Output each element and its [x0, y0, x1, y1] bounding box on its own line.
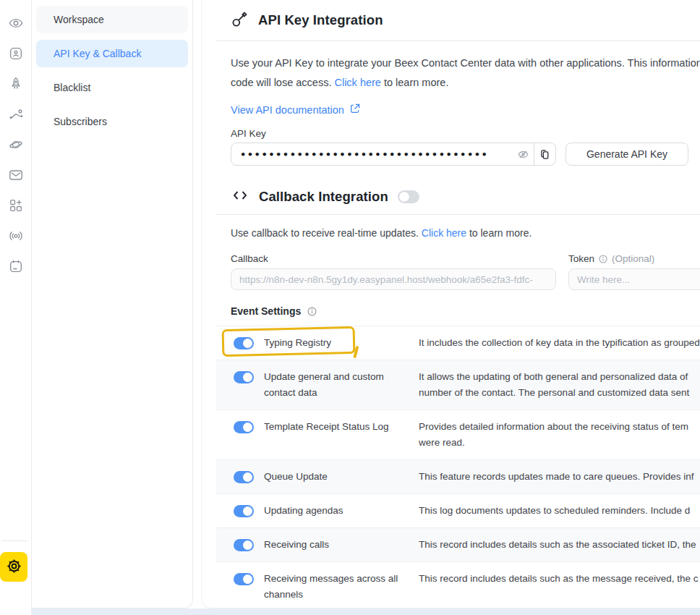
- callback-section-title: Callback Integration: [259, 189, 388, 205]
- icon-rail: [0, 0, 32, 615]
- apps-add-icon[interactable]: [8, 198, 24, 213]
- event-row: Queue UpdateThis feature records updates…: [216, 459, 700, 493]
- event-settings-table: Typing RegistryIt includes the collectio…: [216, 326, 700, 608]
- event-label: Template Receipt Status Log: [264, 419, 401, 435]
- callback-integration-toggle[interactable]: [398, 190, 419, 203]
- settings-sidebar: Workspace API Key & Callback Blacklist S…: [32, 0, 193, 608]
- callback-label: Callback: [231, 253, 268, 264]
- divider: [216, 41, 700, 41]
- event-label: Receiving messages across all channels: [264, 571, 401, 603]
- api-key-label: API Key: [231, 128, 700, 139]
- eye-off-icon[interactable]: [512, 143, 534, 165]
- token-input[interactable]: [568, 268, 700, 290]
- event-toggle[interactable]: [234, 505, 254, 517]
- flow-icon[interactable]: [8, 106, 24, 122]
- contact-card-icon[interactable]: [8, 46, 24, 62]
- token-field: Token (Optional): [568, 253, 700, 290]
- event-settings-label: Event Settings: [231, 305, 301, 317]
- broadcast-icon[interactable]: [8, 228, 24, 244]
- sidebar-item-api-key-callback[interactable]: API Key & Callback: [36, 40, 188, 67]
- event-label: Typing Registry: [264, 335, 401, 351]
- callback-field: Callback: [231, 253, 556, 290]
- event-toggle[interactable]: [234, 421, 254, 433]
- generate-api-key-button[interactable]: Generate API Key: [565, 143, 688, 166]
- event-label: Update general and custom contact data: [264, 369, 401, 401]
- calendar-icon[interactable]: [8, 258, 24, 274]
- event-toggle[interactable]: [234, 337, 254, 349]
- external-link-icon: [349, 103, 361, 116]
- mail-icon[interactable]: [8, 167, 24, 183]
- event-row: Template Receipt Status LogProvides deta…: [216, 410, 700, 459]
- key-icon: [231, 10, 249, 31]
- click-here-link[interactable]: Click here: [334, 77, 380, 88]
- rail-divider: [1, 540, 27, 541]
- event-label: Updating agendas: [264, 503, 401, 519]
- callback-description: Use callback to receive real-time update…: [231, 227, 700, 239]
- divider: [216, 214, 700, 215]
- settings-gear-button[interactable]: [0, 552, 27, 582]
- event-description: This log documents updates to scheduled …: [419, 503, 690, 519]
- api-key-section-header: API Key Integration: [231, 9, 700, 31]
- view-api-documentation-link[interactable]: View API documentation: [231, 103, 361, 116]
- event-row: Receiving messages across all channelsTh…: [216, 561, 700, 608]
- page-background: [32, 608, 700, 615]
- event-description: This record includes details such as the…: [419, 537, 696, 553]
- code-icon: [231, 187, 249, 207]
- sidebar-item-subscribers[interactable]: Subscribers: [36, 108, 188, 135]
- event-toggle[interactable]: [234, 471, 254, 483]
- event-row: Typing RegistryIt includes the collectio…: [216, 326, 700, 360]
- event-row: Updating agendasThis log documents updat…: [216, 493, 700, 527]
- event-toggle[interactable]: [234, 371, 254, 383]
- event-toggle[interactable]: [234, 573, 254, 585]
- event-description: This feature records updates made to car…: [419, 469, 693, 485]
- token-optional-label: (Optional): [612, 253, 654, 264]
- click-here-link[interactable]: Click here: [422, 227, 466, 239]
- event-label: Queue Update: [264, 469, 401, 485]
- page-title: API Key Integration: [258, 12, 383, 28]
- api-key-input[interactable]: [231, 143, 512, 165]
- api-key-description: Use your API Key to integrate your Beex …: [231, 54, 700, 93]
- copy-icon[interactable]: [534, 143, 555, 165]
- event-description: It allows the updating of both general a…: [419, 369, 689, 401]
- event-settings-header: Event Settings: [231, 305, 700, 317]
- rocket-icon[interactable]: [8, 76, 24, 92]
- api-key-field-group: [231, 143, 556, 166]
- event-description: It includes the collection of key data i…: [419, 335, 700, 351]
- event-label: Receiving calls: [264, 537, 401, 553]
- info-icon: [598, 254, 608, 264]
- callback-section-header: Callback Integration: [231, 186, 700, 208]
- gear-icon: [6, 558, 22, 577]
- app-window: Workspace API Key & Callback Blacklist S…: [0, 0, 700, 615]
- main-panel: API Key Integration Use your API Key to …: [201, 0, 700, 608]
- event-description: This record includes details such as the…: [419, 571, 698, 587]
- callback-url-input[interactable]: [231, 268, 556, 290]
- token-label: Token: [568, 253, 594, 264]
- eye-icon[interactable]: [8, 15, 24, 31]
- event-toggle[interactable]: [234, 539, 254, 551]
- sidebar-item-workspace[interactable]: Workspace: [36, 6, 188, 33]
- event-description: Provides detailed information about the …: [419, 419, 688, 451]
- event-row: Receiving callsThis record includes deta…: [216, 527, 700, 561]
- planet-icon[interactable]: [8, 137, 24, 153]
- info-icon: [307, 306, 317, 317]
- event-row: Update general and custom contact dataIt…: [216, 360, 700, 410]
- sidebar-item-blacklist[interactable]: Blacklist: [36, 74, 188, 101]
